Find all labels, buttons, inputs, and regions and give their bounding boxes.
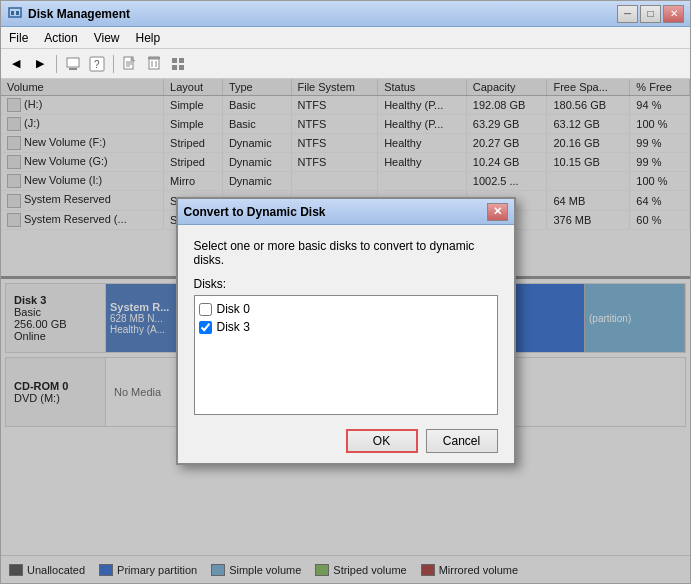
minimize-button[interactable]: ─	[617, 5, 638, 23]
maximize-button[interactable]: □	[640, 5, 661, 23]
disk-item-label: Disk 3	[217, 320, 250, 334]
convert-dialog: Convert to Dynamic Disk ✕ Select one or …	[176, 197, 516, 465]
title-bar: Disk Management ─ □ ✕	[1, 1, 690, 27]
dialog-overlay: Convert to Dynamic Disk ✕ Select one or …	[1, 79, 690, 583]
help-button[interactable]: ?	[86, 53, 108, 75]
dialog-description: Select one or more basic disks to conver…	[194, 239, 498, 267]
disk-list-item[interactable]: Disk 3	[199, 318, 493, 336]
menu-action[interactable]: Action	[36, 27, 85, 48]
svg-rect-3	[67, 58, 79, 67]
main-content: Volume Layout Type File System Status Ca…	[1, 79, 690, 583]
dialog-body: Select one or more basic disks to conver…	[178, 225, 514, 463]
window-controls: ─ □ ✕	[617, 5, 684, 23]
main-window: Disk Management ─ □ ✕ File Action View H…	[0, 0, 691, 584]
menu-help[interactable]: Help	[128, 27, 169, 48]
toolbar-sep-2	[113, 55, 114, 73]
dialog-title-bar: Convert to Dynamic Disk ✕	[178, 199, 514, 225]
svg-rect-18	[179, 58, 184, 63]
disk-list-box[interactable]: Disk 0Disk 3	[194, 295, 498, 415]
svg-rect-17	[172, 58, 177, 63]
ok-button[interactable]: OK	[346, 429, 418, 453]
settings-button[interactable]	[167, 53, 189, 75]
new-button[interactable]	[119, 53, 141, 75]
dialog-disks-label: Disks:	[194, 277, 498, 291]
dialog-close-button[interactable]: ✕	[487, 203, 508, 221]
dialog-title: Convert to Dynamic Disk	[184, 205, 487, 219]
svg-rect-0	[9, 8, 21, 17]
menu-view[interactable]: View	[86, 27, 128, 48]
back-button[interactable]: ◀	[5, 53, 27, 75]
svg-rect-4	[69, 68, 77, 70]
window-icon	[7, 6, 23, 22]
toolbar: ◀ ▶ ?	[1, 49, 690, 79]
close-button[interactable]: ✕	[663, 5, 684, 23]
disk-checkbox[interactable]	[199, 303, 212, 316]
svg-text:?: ?	[94, 59, 100, 70]
cancel-button[interactable]: Cancel	[426, 429, 498, 453]
disk-checkbox[interactable]	[199, 321, 212, 334]
svg-rect-2	[16, 11, 19, 15]
window-title: Disk Management	[28, 7, 617, 21]
disk-item-label: Disk 0	[217, 302, 250, 316]
delete-button[interactable]	[143, 53, 165, 75]
menu-bar: File Action View Help	[1, 27, 690, 49]
disk-list-item[interactable]: Disk 0	[199, 300, 493, 318]
forward-button[interactable]: ▶	[29, 53, 51, 75]
toolbar-sep-1	[56, 55, 57, 73]
svg-rect-1	[11, 11, 14, 15]
svg-rect-19	[172, 65, 177, 70]
properties-button[interactable]	[62, 53, 84, 75]
svg-rect-20	[179, 65, 184, 70]
menu-file[interactable]: File	[1, 27, 36, 48]
dialog-buttons: OK Cancel	[194, 429, 498, 453]
